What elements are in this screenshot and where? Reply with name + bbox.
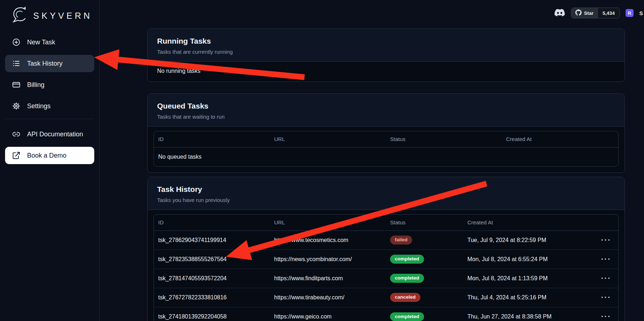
task-history-subtitle: Tasks you have run previously — [157, 197, 615, 203]
queued-empty-row: No queued tasks — [154, 147, 618, 166]
task-status-cell: completed — [386, 250, 463, 269]
sidebar-item-new-task[interactable]: New Task — [5, 34, 94, 51]
task-history-header: Task History Tasks you have run previous… — [148, 177, 624, 210]
task-row[interactable]: tsk_276727822333810816 https://www.tirab… — [154, 288, 618, 307]
task-row[interactable]: tsk_278147405593572204 https://www.findi… — [154, 269, 618, 288]
sidebar-item-task-history[interactable]: Task History — [5, 55, 94, 72]
column-header-status: Status — [386, 215, 463, 230]
queued-tasks-subtitle: Tasks that are waiting to run — [157, 114, 615, 120]
column-header-url: URL — [270, 131, 386, 147]
discord-icon[interactable] — [554, 9, 565, 17]
sidebar-nav: New Task Task History Billing Settings — [0, 29, 99, 164]
task-id: tsk_278147405593572204 — [154, 269, 270, 288]
task-created-at: Thu, Jul 4, 2024 at 5:25:16 PM — [463, 288, 595, 307]
task-id: tsk_276727822333810816 — [154, 288, 270, 307]
status-badge: canceled — [390, 293, 420, 302]
task-url: https://www.finditparts.com — [270, 269, 386, 288]
skyvern-logo[interactable]: SKYVERN — [0, 4, 99, 29]
credit-card-icon — [12, 80, 21, 89]
sidebar-item-label: New Task — [27, 39, 55, 46]
row-actions-button[interactable]: ··· — [601, 236, 611, 244]
task-created-at: Tue, Jul 9, 2024 at 8:22:59 PM — [463, 230, 595, 250]
user-name: S — [639, 10, 643, 16]
sidebar-item-label: Billing — [27, 81, 44, 89]
task-url: https://www.tirabeauty.com/ — [270, 288, 386, 307]
task-url: https://www.tecosmetics.com — [270, 230, 386, 250]
row-actions-button[interactable]: ··· — [601, 294, 611, 302]
queued-tasks-empty-text: No queued tasks — [154, 147, 618, 166]
column-header-actions — [595, 215, 618, 230]
status-badge: completed — [390, 255, 424, 264]
column-header-created-at: Created At — [502, 131, 618, 147]
status-badge: completed — [390, 312, 424, 321]
task-id: tsk_278235388555267564 — [154, 250, 270, 269]
sidebar-item-billing[interactable]: Billing — [5, 76, 94, 93]
plus-circle-icon — [12, 38, 21, 47]
running-tasks-header: Running Tasks Tasks that are currently r… — [148, 29, 624, 62]
sidebar-item-label: Settings — [27, 102, 51, 110]
sidebar-item-label: API Documentation — [27, 131, 83, 138]
running-tasks-title: Running Tasks — [157, 37, 615, 45]
external-link-icon — [12, 151, 21, 160]
gear-icon — [12, 102, 21, 110]
sidebar-item-book-a-demo[interactable]: Book a Demo — [5, 147, 94, 164]
sidebar-item-label: Task History — [27, 60, 62, 67]
task-status-cell: canceled — [386, 288, 463, 307]
task-row[interactable]: tsk_274180139292204058 https://www.geico… — [154, 307, 618, 321]
task-row[interactable]: tsk_278235388555267564 https://news.ycom… — [154, 250, 618, 269]
task-history-table: ID URL Status Created At tsk_27862904374… — [154, 214, 619, 321]
running-tasks-card: Running Tasks Tasks that are currently r… — [147, 28, 625, 82]
github-star-label: Star — [584, 10, 593, 16]
task-status-cell: completed — [386, 307, 463, 321]
task-actions-cell: ··· — [595, 269, 618, 288]
queued-tasks-table: ID URL Status Created At No queued tasks — [154, 131, 619, 167]
column-header-created-at: Created At — [463, 215, 595, 230]
github-star-count: 5,434 — [598, 8, 619, 18]
sidebar-item-settings[interactable]: Settings — [5, 97, 94, 115]
github-star-segment: Star — [571, 8, 598, 18]
row-actions-button[interactable]: ··· — [601, 274, 611, 282]
avatar-letter: R — [628, 10, 631, 16]
sidebar: SKYVERN New Task Task History Billing S — [0, 0, 100, 321]
skyvern-dragon-icon — [11, 6, 29, 26]
column-header-id: ID — [154, 215, 270, 230]
github-star-button[interactable]: Star 5,434 — [571, 8, 620, 18]
sidebar-item-label: Book a Demo — [27, 152, 66, 159]
task-status-cell: completed — [386, 269, 463, 288]
queued-tasks-header: Queued Tasks Tasks that are waiting to r… — [148, 94, 624, 127]
task-created-at: Mon, Jul 8, 2024 at 1:13:59 PM — [463, 269, 595, 288]
task-history-card: Task History Tasks you have run previous… — [147, 177, 625, 321]
row-actions-button[interactable]: ··· — [601, 255, 611, 263]
queued-tasks-card: Queued Tasks Tasks that are waiting to r… — [147, 93, 625, 173]
task-id: tsk_278629043741199914 — [154, 230, 270, 250]
task-url: https://news.ycombinator.com/ — [270, 250, 386, 269]
running-tasks-empty-text: No running tasks — [148, 62, 624, 82]
row-actions-button[interactable]: ··· — [601, 313, 611, 321]
task-actions-cell: ··· — [595, 307, 618, 321]
task-status-cell: failed — [386, 230, 463, 250]
task-created-at: Mon, Jul 8, 2024 at 6:55:24 PM — [463, 250, 595, 269]
status-badge: failed — [390, 236, 412, 245]
github-icon — [575, 9, 582, 17]
brand-name: SKYVERN — [33, 11, 92, 21]
column-header-url: URL — [270, 215, 386, 230]
task-actions-cell: ··· — [595, 288, 618, 307]
task-history-title: Task History — [157, 185, 615, 194]
status-badge: completed — [390, 274, 424, 283]
task-id: tsk_274180139292204058 — [154, 307, 270, 321]
link-icon — [12, 130, 21, 138]
task-created-at: Thu, Jun 27, 2024 at 8:38:58 PM — [463, 307, 595, 321]
running-tasks-subtitle: Tasks that are currently running — [157, 49, 615, 55]
task-url: https://www.geico.com — [270, 307, 386, 321]
history-table-header-row: ID URL Status Created At — [154, 215, 618, 230]
task-row[interactable]: tsk_278629043741199914 https://www.tecos… — [154, 230, 618, 250]
sidebar-item-api-documentation[interactable]: API Documentation — [5, 126, 94, 143]
task-actions-cell: ··· — [595, 250, 618, 269]
topbar: Star 5,434 R S — [554, 7, 643, 19]
list-icon — [12, 59, 21, 68]
column-header-status: Status — [386, 131, 502, 147]
queued-tasks-title: Queued Tasks — [157, 102, 615, 110]
column-header-id: ID — [154, 131, 270, 147]
avatar[interactable]: R — [626, 9, 634, 17]
task-actions-cell: ··· — [595, 230, 618, 250]
